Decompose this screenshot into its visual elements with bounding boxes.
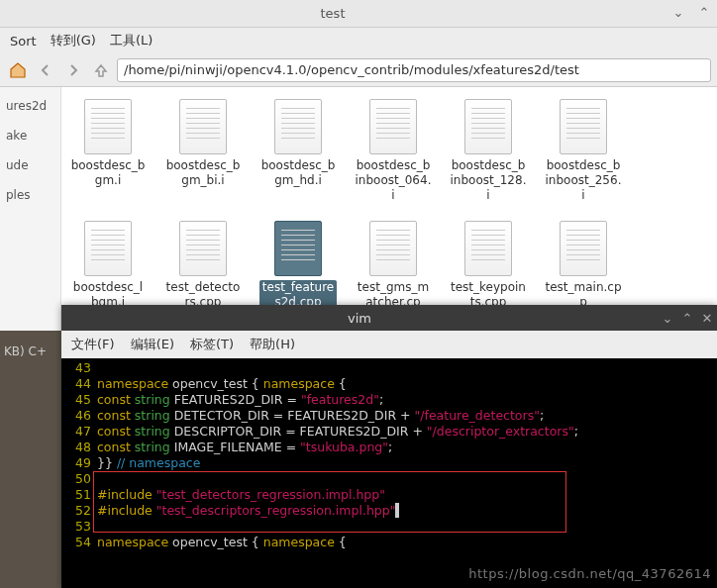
sidebar: ures2d ake ude ples	[0, 87, 61, 331]
minimize-icon[interactable]: ⌄	[669, 5, 687, 23]
file-item[interactable]: boostdesc_lbgm.i	[69, 221, 147, 310]
cursor	[395, 503, 399, 518]
vim-menu-help[interactable]: 帮助(H)	[250, 336, 295, 353]
maximize-icon[interactable]: ⌃	[695, 5, 713, 23]
file-item[interactable]: boostdesc_bgm_hd.i	[259, 99, 337, 203]
file-icon	[464, 221, 512, 276]
file-icon	[369, 99, 417, 154]
fm-menubar: Sort 转到(G) 工具(L)	[0, 28, 717, 53]
vim-editor[interactable]: 43 44namespace opencv_test { namespace {…	[61, 358, 717, 588]
vim-menu-edit[interactable]: 编辑(E)	[131, 336, 174, 353]
files-area: boostdesc_bgm.iboostdesc_bgm_bi.iboostde…	[61, 87, 717, 331]
menu-sort[interactable]: Sort	[10, 34, 37, 49]
up-button[interactable]	[89, 58, 113, 82]
file-item[interactable]: test_gms_matcher.cp	[355, 221, 432, 310]
file-label: boostdesc_bgm.i	[69, 158, 147, 188]
vim-title-text: vim	[61, 311, 658, 326]
forward-button[interactable]	[61, 58, 85, 82]
fm-toolbar: /home/pi/ninwji/opencv4.1.0/opencv_contr…	[0, 53, 717, 87]
address-path: /home/pi/ninwji/opencv4.1.0/opencv_contr…	[124, 62, 579, 77]
vim-menubar: 文件(F) 编辑(E) 标签(T) 帮助(H)	[61, 331, 717, 358]
file-label: boostdesc_binboost_128.i	[450, 158, 527, 203]
file-item[interactable]: test_keypoints.cpp	[450, 221, 527, 310]
watermark: https://blog.csdn.net/qq_43762614	[468, 566, 711, 582]
file-item[interactable]: test_detectors.cpp	[164, 221, 242, 310]
file-icon	[179, 99, 227, 154]
file-icon	[369, 221, 417, 276]
back-button[interactable]	[34, 58, 57, 82]
file-item[interactable]: boostdesc_binboost_256.i	[545, 99, 622, 203]
sidebar-item[interactable]: ude	[0, 150, 60, 180]
file-item[interactable]: boostdesc_binboost_064.i	[355, 99, 432, 203]
file-icon	[560, 99, 607, 154]
fm-titlebar: test ⌄ ⌃	[0, 0, 717, 28]
menu-goto[interactable]: 转到(G)	[51, 32, 96, 49]
vim-menu-file[interactable]: 文件(F)	[71, 336, 115, 353]
vim-window: vim ⌄ ⌃ ✕ 文件(F) 编辑(E) 标签(T) 帮助(H) 43 44n…	[61, 305, 717, 588]
sidebar-item[interactable]: ake	[0, 121, 60, 150]
desktop-strip: KB) C+	[0, 331, 61, 588]
file-icon	[560, 221, 607, 276]
file-item[interactable]: test_features2d.cpp	[259, 221, 337, 310]
file-icon	[274, 221, 322, 276]
fm-title: test	[0, 6, 666, 21]
file-icon	[274, 99, 322, 154]
file-label: boostdesc_bgm_bi.i	[164, 158, 242, 188]
file-icon	[179, 221, 227, 276]
vim-close-icon[interactable]: ✕	[697, 311, 717, 326]
vim-titlebar: vim ⌄ ⌃ ✕	[61, 305, 717, 331]
address-bar[interactable]: /home/pi/ninwji/opencv4.1.0/opencv_contr…	[117, 58, 711, 82]
file-item[interactable]: boostdesc_bgm.i	[69, 99, 147, 203]
status-fragment: KB) C+	[0, 331, 61, 372]
vim-menu-tags[interactable]: 标签(T)	[190, 336, 234, 353]
file-icon	[84, 99, 132, 154]
vim-minimize-icon[interactable]: ⌄	[658, 311, 677, 326]
file-item[interactable]: boostdesc_binboost_128.i	[450, 99, 527, 203]
menu-tools[interactable]: 工具(L)	[110, 32, 153, 49]
file-label: boostdesc_bgm_hd.i	[259, 158, 337, 188]
file-item[interactable]: test_main.cpp	[545, 221, 622, 310]
file-icon	[464, 99, 512, 154]
sidebar-item[interactable]: ures2d	[0, 91, 60, 121]
home-button[interactable]	[6, 58, 30, 82]
file-item[interactable]: boostdesc_bgm_bi.i	[164, 99, 242, 203]
file-label: boostdesc_binboost_064.i	[355, 158, 432, 203]
file-icon	[84, 221, 132, 276]
sidebar-item[interactable]: ples	[0, 180, 60, 210]
file-label: boostdesc_binboost_256.i	[545, 158, 622, 203]
vim-maximize-icon[interactable]: ⌃	[677, 311, 697, 326]
